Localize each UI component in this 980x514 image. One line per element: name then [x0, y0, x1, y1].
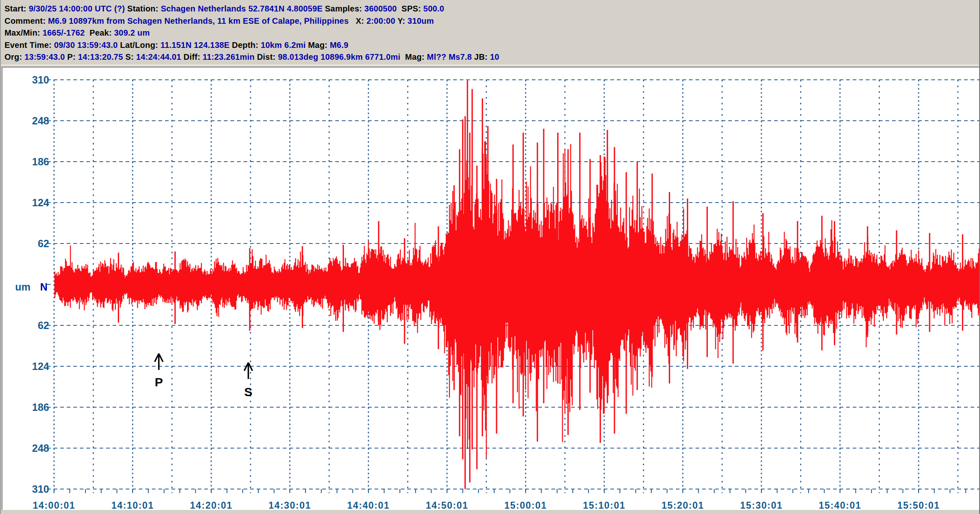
phase-arrow-s: [244, 363, 253, 379]
axis-tick-label: 124: [32, 197, 49, 208]
axis-tick-label: um: [15, 281, 31, 293]
axis-tick-label: 15:40:01: [819, 500, 861, 511]
axis-tick-label: 14:40:01: [347, 500, 390, 511]
axis-tick-label: 15:50:01: [897, 500, 940, 511]
axis-tick-label: 14:50:01: [426, 500, 468, 511]
axis-tick-label: 248: [32, 115, 49, 126]
phase-label-p: P: [155, 375, 163, 389]
axis-tick-label: 15:20:01: [662, 500, 704, 511]
axis-tick-label: N: [40, 281, 47, 293]
axis-tick-label: 186: [32, 156, 49, 167]
axis-tick-label: 14:00:01: [33, 500, 75, 511]
axis-tick-label: 248: [32, 442, 49, 454]
axis-tick-label: 15:10:01: [583, 500, 625, 511]
axis-tick-label: 14:20:01: [190, 500, 233, 511]
seismogram-chart: 3103102482481861861241246262umN14:00:011…: [1, 0, 980, 514]
seismograph-window: Start: 9/30/25 14:00:00 UTC (?) Station:…: [0, 0, 980, 514]
axis-tick-label: 62: [38, 238, 49, 249]
axis-tick-label: 310: [32, 483, 49, 495]
axis-tick-label: 15:30:01: [740, 500, 783, 511]
axis-tick-label: 310: [32, 74, 49, 86]
axis-tick-label: 14:10:01: [111, 500, 154, 511]
axis-tick-label: 186: [32, 401, 49, 413]
phase-label-s: S: [244, 385, 253, 399]
seismic-trace: [55, 141, 980, 458]
axis-tick-label: 14:30:01: [269, 500, 311, 511]
axis-tick-label: 15:00:01: [504, 500, 547, 511]
phase-arrow-p: [155, 354, 163, 370]
axis-tick-label: 62: [38, 320, 49, 331]
axis-tick-label: 124: [32, 361, 49, 372]
